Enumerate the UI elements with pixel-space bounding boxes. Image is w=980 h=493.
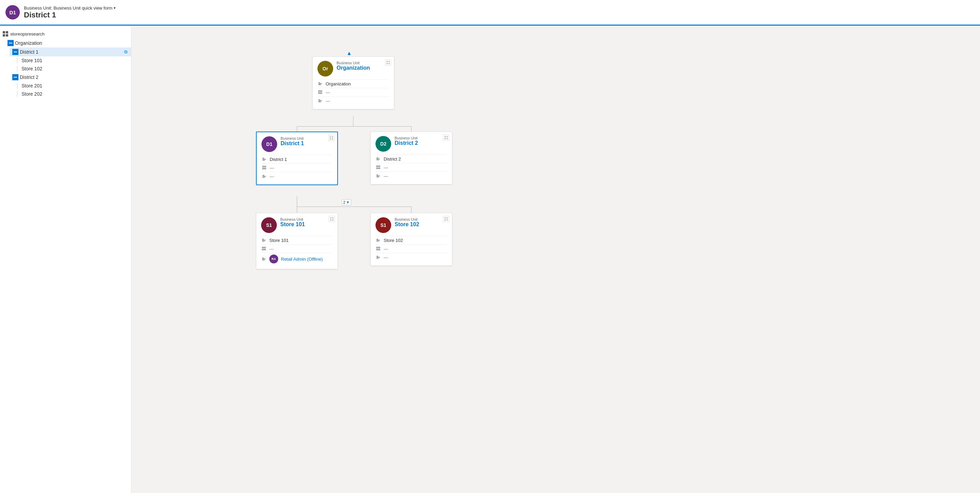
- s101-row1-value: Store 101: [269, 238, 288, 243]
- s102-type-label: Business Unit: [395, 217, 419, 222]
- expand-count: 2: [343, 200, 345, 204]
- s102-row2: ---: [375, 244, 447, 253]
- d2-row1-value: District 2: [384, 156, 401, 161]
- d2-row2: ---: [375, 163, 447, 172]
- s102-row1: Store 102: [375, 236, 447, 244]
- retail-admin-avatar: RA: [269, 255, 278, 263]
- quick-view-dropdown[interactable]: Business Unit: Business Unit quick view …: [24, 5, 116, 11]
- org-row3: ---: [317, 96, 389, 105]
- d2-row3-icon: [375, 173, 381, 179]
- svg-rect-47: [379, 249, 380, 250]
- org-card-district2[interactable]: D2 Business Unit District 2 District 2 -…: [371, 132, 452, 185]
- svg-rect-12: [318, 91, 320, 92]
- s102-row2-icon: [375, 246, 381, 252]
- org-name[interactable]: Organization: [337, 65, 370, 71]
- sidebar-s202-label: Store 202: [22, 91, 42, 97]
- svg-rect-20: [262, 166, 264, 167]
- s101-avatar: S1: [261, 217, 277, 233]
- svg-rect-43: [447, 219, 448, 221]
- svg-rect-15: [321, 93, 322, 94]
- org-row1: Organization: [317, 79, 389, 88]
- sidebar-item-organization[interactable]: Organization: [5, 38, 131, 48]
- org-card-organization[interactable]: Or Business Unit Organization Organizati…: [312, 56, 394, 109]
- org-card-expand-btn[interactable]: [385, 59, 391, 65]
- sidebar-item-store102[interactable]: Store 102: [14, 65, 131, 73]
- sidebar-org-label: Organization: [15, 40, 42, 46]
- sidebar-d2-label: District 2: [20, 75, 38, 80]
- quick-view-label: Business Unit: Business Unit quick view …: [24, 5, 112, 11]
- d2-row3-value: ---: [384, 174, 388, 179]
- s101-name[interactable]: Store 101: [280, 222, 305, 228]
- d2-name[interactable]: District 2: [395, 140, 418, 146]
- s102-avatar: S1: [375, 217, 391, 233]
- top-header: D1 Business Unit: Business Unit quick vi…: [0, 0, 980, 26]
- header-avatar: D1: [5, 5, 20, 19]
- s101-row2-icon: [261, 246, 267, 252]
- d1-card-header: D1 Business Unit District 1: [261, 136, 332, 152]
- svg-rect-42: [444, 219, 446, 221]
- sidebar-item-store202[interactable]: Store 202: [14, 90, 131, 98]
- svg-rect-13: [321, 91, 322, 92]
- d2-expand-icon: [12, 74, 18, 80]
- svg-rect-14: [318, 93, 320, 94]
- svg-rect-31: [379, 168, 380, 169]
- org-row2-icon: [317, 89, 323, 95]
- d2-card-info: Business Unit District 2: [395, 136, 418, 146]
- d2-row1: District 2: [375, 155, 447, 163]
- org-card-store101[interactable]: S1 Business Unit Store 101 Store 101 ---: [256, 213, 338, 269]
- d1-row2-icon: [261, 165, 267, 171]
- s101-row3-value: Retail Admin (Offline): [281, 257, 323, 262]
- expand-children-button[interactable]: 2 ▼: [342, 199, 351, 205]
- s101-card-expand-btn[interactable]: [329, 216, 335, 222]
- s101-row3: RA Retail Admin (Offline): [261, 253, 333, 265]
- sidebar-s201-label: Store 201: [22, 83, 42, 88]
- collapse-up-arrow[interactable]: ▲: [347, 50, 352, 56]
- main-layout: storeopsresearch Organization District 1…: [0, 26, 980, 493]
- d1-card-expand-btn[interactable]: [328, 135, 334, 141]
- svg-rect-18: [330, 138, 331, 140]
- d2-card-expand-btn[interactable]: [443, 135, 449, 141]
- svg-rect-8: [387, 61, 388, 62]
- org-row1-value: Organization: [326, 81, 351, 86]
- s102-row2-value: ---: [384, 246, 388, 252]
- svg-rect-17: [332, 136, 333, 138]
- org-card-district1[interactable]: D1 Business Unit District 1 District 1 -…: [256, 132, 338, 185]
- org-card-store102[interactable]: S1 Business Unit Store 102 Store 102 ---: [371, 213, 452, 266]
- s101-type-label: Business Unit: [280, 217, 305, 222]
- sidebar-item-store201[interactable]: Store 201: [14, 81, 131, 90]
- open-link-icon[interactable]: ⧉: [123, 49, 128, 55]
- s102-name[interactable]: Store 102: [395, 222, 419, 228]
- sidebar-root-item[interactable]: storeopsresearch: [0, 29, 131, 38]
- svg-rect-29: [379, 166, 380, 167]
- org-row2: ---: [317, 88, 389, 96]
- d1-name[interactable]: District 1: [281, 140, 304, 147]
- svg-rect-24: [444, 136, 446, 137]
- page-title: District 1: [24, 11, 116, 19]
- svg-rect-40: [444, 217, 446, 219]
- s101-card-info: Business Unit Store 101: [280, 217, 305, 228]
- org-card-info: Business Unit Organization: [337, 61, 370, 71]
- s102-card-expand-btn[interactable]: [443, 216, 449, 222]
- s102-row3: ---: [375, 253, 447, 262]
- svg-rect-25: [447, 136, 448, 137]
- svg-rect-35: [332, 219, 334, 221]
- d1-expand-icon: [12, 49, 18, 55]
- s102-card-header: S1 Business Unit Store 102: [375, 217, 447, 233]
- sidebar-s102-label: Store 102: [22, 66, 42, 72]
- s101-row1-icon: [261, 238, 267, 243]
- d1-card-info: Business Unit District 1: [281, 136, 304, 147]
- s102-row3-value: ---: [384, 255, 388, 260]
- org-row3-icon: [317, 98, 323, 104]
- svg-rect-10: [387, 63, 388, 64]
- svg-rect-36: [262, 247, 264, 248]
- sidebar-s101-label: Store 101: [22, 58, 42, 63]
- s101-row2: ---: [261, 244, 333, 253]
- sidebar-item-district2[interactable]: District 2: [10, 73, 131, 81]
- svg-rect-26: [444, 138, 446, 139]
- d1-row3: ---: [261, 172, 332, 180]
- sidebar-item-store101[interactable]: Store 101: [14, 56, 131, 65]
- sidebar-item-district1[interactable]: District 1 ⧉: [10, 48, 131, 56]
- d1-row2: ---: [261, 163, 332, 172]
- org-row3-value: ---: [326, 98, 330, 104]
- org-chart-canvas: ▲ Or Business Unit Organization Organiza…: [131, 26, 980, 493]
